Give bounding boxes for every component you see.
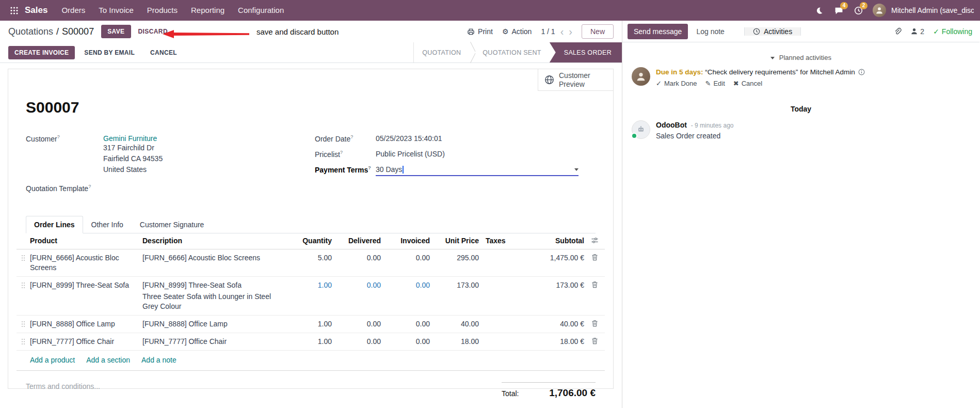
cell-description[interactable]: [FURN_7777] Office Chair — [142, 337, 283, 347]
cell-delivered[interactable]: 0.00 — [332, 337, 381, 347]
send-message-button[interactable]: Send message — [628, 24, 688, 39]
cell-product[interactable]: [FURN_8888] Office Lamp — [30, 319, 142, 329]
action-button[interactable]: ⚙ Action — [502, 27, 532, 36]
terms-placeholder[interactable]: Terms and conditions... — [26, 382, 100, 390]
cell-product[interactable]: [FURN_8999] Three-Seat Sofa — [30, 280, 142, 290]
odoobot-avatar[interactable] — [632, 120, 650, 139]
col-delivered[interactable]: Delivered — [332, 236, 381, 246]
table-row[interactable]: [FURN_6666] Acoustic Bloc Screens [FURN_… — [17, 249, 605, 277]
user-menu[interactable]: Mitchell Admin (save_discar — [891, 6, 974, 14]
cell-invoiced[interactable]: 0.00 — [381, 337, 430, 347]
col-invoiced[interactable]: Invoiced — [381, 236, 430, 246]
cell-quantity[interactable]: 1.00 — [283, 337, 332, 347]
table-row[interactable]: [FURN_8999] Three-Seat Sofa [FURN_8999] … — [17, 277, 605, 316]
customer-preview-button[interactable]: Customer Preview — [538, 69, 613, 91]
delete-row-icon[interactable] — [584, 337, 605, 344]
annotation-arrow — [163, 28, 251, 40]
save-button[interactable]: SAVE — [101, 25, 131, 38]
cancel-button[interactable]: CANCEL — [144, 46, 183, 59]
table-row[interactable]: [FURN_8888] Office Lamp [FURN_8888] Offi… — [17, 316, 605, 333]
delete-row-icon[interactable] — [584, 253, 605, 261]
customer-link[interactable]: Gemini Furniture — [103, 134, 163, 143]
cell-unit-price[interactable]: 173.00 — [430, 280, 479, 290]
status-quotation[interactable]: QUOTATION — [414, 42, 469, 62]
edit-activity-button[interactable]: ✎Edit — [705, 80, 725, 87]
check-icon: ✓ — [933, 27, 939, 36]
following-button[interactable]: ✓ Following — [933, 27, 972, 36]
log-note-button[interactable]: Log note — [690, 24, 731, 39]
chevron-right-icon[interactable]: › — [569, 26, 572, 37]
cell-delivered[interactable]: 0.00 — [332, 280, 381, 290]
cell-unit-price[interactable]: 18.00 — [430, 337, 479, 347]
cell-product[interactable]: [FURN_7777] Office Chair — [30, 337, 142, 347]
cell-delivered[interactable]: 0.00 — [332, 253, 381, 263]
col-unit-price[interactable]: Unit Price — [430, 236, 479, 246]
order-date-field[interactable]: 05/25/2023 15:40:01 — [376, 134, 442, 143]
send-by-email-button[interactable]: SEND BY EMAIL — [78, 46, 141, 59]
cell-delivered[interactable]: 0.00 — [332, 319, 381, 329]
chevron-left-icon[interactable]: ‹ — [560, 26, 564, 37]
cell-quantity[interactable]: 5.00 — [283, 253, 332, 263]
cell-description[interactable]: [FURN_8999] Three-Seat Sofa Three Seater… — [142, 280, 283, 311]
delete-row-icon[interactable] — [584, 319, 605, 327]
print-button[interactable]: Print — [467, 27, 493, 36]
add-section-link[interactable]: Add a section — [86, 356, 130, 364]
dropdown-caret-icon[interactable] — [574, 168, 579, 171]
create-invoice-button[interactable]: CREATE INVOICE — [8, 46, 75, 59]
add-product-link[interactable]: Add a product — [30, 356, 75, 364]
nav-item-orders[interactable]: Orders — [55, 0, 92, 21]
optional-columns-icon[interactable] — [584, 236, 605, 244]
col-description[interactable]: Description — [142, 236, 283, 246]
message-author[interactable]: OdooBot — [656, 121, 687, 129]
status-sales-order[interactable]: SALES ORDER — [550, 42, 622, 62]
cell-unit-price[interactable]: 40.00 — [430, 319, 479, 329]
messages-icon[interactable]: 4 — [833, 5, 844, 15]
tab-other-info[interactable]: Other Info — [83, 216, 132, 233]
nav-item-to-invoice[interactable]: To Invoice — [92, 0, 140, 21]
cell-quantity[interactable]: 1.00 — [283, 280, 332, 290]
nav-item-configuration[interactable]: Configuration — [231, 0, 291, 21]
table-row[interactable]: [FURN_7777] Office Chair [FURN_7777] Off… — [17, 333, 605, 351]
cell-unit-price[interactable]: 295.00 — [430, 253, 479, 263]
cell-description[interactable]: [FURN_8888] Office Lamp — [142, 319, 283, 329]
nav-item-reporting[interactable]: Reporting — [184, 0, 231, 21]
delete-row-icon[interactable] — [584, 280, 605, 288]
col-subtotal[interactable]: Subtotal — [523, 236, 584, 246]
breadcrumb-quotations-link[interactable]: Quotations — [8, 26, 53, 37]
moon-icon[interactable] — [814, 5, 824, 15]
new-button[interactable]: New — [582, 24, 614, 39]
pricelist-field[interactable]: Public Pricelist (USD) — [376, 150, 445, 158]
cell-quantity[interactable]: 1.00 — [283, 319, 332, 329]
cell-product[interactable]: [FURN_6666] Acoustic Bloc Screens — [30, 253, 142, 273]
activity-clock-icon[interactable]: 2 — [853, 5, 863, 15]
apps-grid-icon[interactable] — [6, 0, 22, 21]
followers-button[interactable]: 2 — [910, 27, 924, 36]
tab-customer-signature[interactable]: Customer Signature — [132, 216, 213, 233]
cell-invoiced[interactable]: 0.00 — [381, 319, 430, 329]
discard-button[interactable]: DISCARD — [133, 25, 173, 38]
cancel-activity-button[interactable]: ✖Cancel — [733, 80, 762, 87]
mark-done-button[interactable]: ✓Mark Done — [656, 80, 697, 87]
nav-item-products[interactable]: Products — [140, 0, 184, 21]
cell-invoiced[interactable]: 0.00 — [381, 280, 430, 290]
status-quotation-sent[interactable]: QUOTATION SENT — [474, 42, 549, 62]
cell-description[interactable]: [FURN_6666] Acoustic Bloc Screens — [142, 253, 283, 263]
activity-avatar[interactable] — [632, 67, 650, 86]
info-icon[interactable] — [858, 69, 865, 75]
planned-activities-header[interactable]: Planned activities — [622, 54, 979, 61]
activities-tab[interactable]: Activities — [744, 27, 801, 36]
app-brand[interactable]: Sales — [25, 5, 47, 15]
col-product[interactable]: Product — [30, 236, 142, 246]
drag-handle-icon[interactable] — [17, 319, 30, 327]
col-taxes[interactable]: Taxes — [479, 236, 523, 246]
col-quantity[interactable]: Quantity — [283, 236, 332, 246]
user-avatar[interactable] — [873, 4, 886, 17]
drag-handle-icon[interactable] — [17, 337, 30, 345]
drag-handle-icon[interactable] — [17, 280, 30, 289]
drag-handle-icon[interactable] — [17, 253, 30, 261]
attachment-paperclip-icon[interactable] — [893, 27, 902, 36]
add-note-link[interactable]: Add a note — [141, 356, 176, 364]
payment-terms-field[interactable]: 30 Days — [376, 165, 579, 176]
cell-invoiced[interactable]: 0.00 — [381, 253, 430, 263]
tab-order-lines[interactable]: Order Lines — [26, 216, 83, 233]
